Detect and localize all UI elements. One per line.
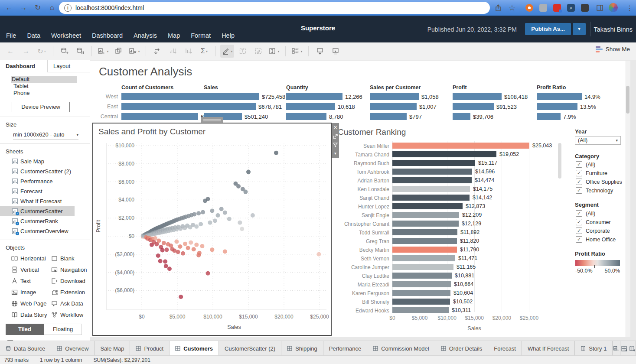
- scatter-point[interactable]: [215, 213, 220, 218]
- ranking-bar[interactable]: [392, 229, 457, 235]
- ranking-bar[interactable]: [392, 299, 450, 305]
- ban-bar[interactable]: [286, 113, 326, 120]
- tab-shipping[interactable]: Shipping: [281, 341, 323, 356]
- scatter-point[interactable]: [200, 244, 204, 248]
- segment-filter-corporate[interactable]: ✓Corporate: [576, 228, 610, 234]
- publish-as-button[interactable]: Publish As...: [525, 23, 571, 35]
- tab-commission-model[interactable]: Commission Model: [367, 341, 435, 356]
- ban-bar[interactable]: [453, 93, 502, 100]
- scatter-point[interactable]: [243, 190, 248, 194]
- browser-menu-icon[interactable]: ⋮: [625, 3, 634, 13]
- segment-filter-home-office[interactable]: ✓Home Office: [576, 236, 616, 243]
- scatter-point[interactable]: [206, 197, 210, 201]
- clear-sheet-icon[interactable]: ▾: [127, 45, 141, 58]
- ranking-bar[interactable]: [392, 247, 457, 253]
- site-info-icon[interactable]: i: [64, 4, 72, 12]
- swap-rows-columns-icon[interactable]: [150, 45, 164, 58]
- scatter-point[interactable]: [160, 248, 165, 252]
- forward-icon[interactable]: →: [19, 45, 33, 58]
- tab-customers[interactable]: Customers: [170, 341, 219, 356]
- browser-back-icon[interactable]: ←: [3, 2, 15, 13]
- checkbox-checked-icon[interactable]: ✓: [576, 187, 582, 194]
- duplicate-sheet-icon[interactable]: [112, 45, 126, 58]
- pause-auto-updates-icon[interactable]: [73, 45, 87, 58]
- scatter-point[interactable]: [156, 254, 160, 258]
- scatter-point[interactable]: [186, 246, 190, 250]
- scatter-point[interactable]: [183, 242, 187, 246]
- new-story-tab-icon[interactable]: [628, 341, 636, 356]
- year-filter-dropdown[interactable]: (All) ▾: [575, 136, 621, 145]
- scatter-point[interactable]: [274, 151, 278, 155]
- menu-worksheet[interactable]: Worksheet: [51, 32, 81, 39]
- object-extension[interactable]: Extension: [51, 286, 95, 298]
- segment-filter--all-[interactable]: ✓(All): [576, 210, 595, 217]
- scatter-point[interactable]: [174, 240, 179, 244]
- tab-story-1[interactable]: Story 1: [575, 341, 613, 356]
- menu-analysis[interactable]: Analysis: [134, 32, 157, 39]
- menu-map[interactable]: Map: [168, 32, 180, 39]
- scatter-point[interactable]: [213, 218, 217, 223]
- size-dropdown[interactable]: min 1000x620 - auto ▾: [13, 131, 78, 140]
- show-mark-labels-icon[interactable]: [236, 45, 250, 58]
- scatter-point[interactable]: [246, 170, 251, 174]
- scatter-point[interactable]: [164, 264, 168, 268]
- tab-product[interactable]: Product: [130, 341, 170, 356]
- ranking-bar[interactable]: [392, 169, 472, 175]
- ranking-bar[interactable]: [392, 212, 459, 218]
- use-as-filter-icon[interactable]: [333, 143, 338, 147]
- tab-performance[interactable]: Performance: [323, 341, 367, 356]
- scatter-point[interactable]: [162, 241, 166, 245]
- ban-bar[interactable]: [204, 103, 256, 110]
- object-workflow[interactable]: Workflow: [51, 309, 95, 320]
- ban-bar[interactable]: [537, 113, 561, 120]
- ranking-bar[interactable]: [392, 151, 496, 157]
- cell-size-icon[interactable]: ▾: [267, 45, 281, 58]
- device-option-default[interactable]: Default: [11, 76, 77, 83]
- object-webpage[interactable]: Web Page: [11, 298, 51, 309]
- tab-data-source[interactable]: Data Source: [0, 341, 51, 356]
- object-image[interactable]: Image: [11, 286, 51, 298]
- scatter-point[interactable]: [178, 244, 183, 249]
- bookmark-star-icon[interactable]: ☆: [507, 3, 517, 13]
- checkbox-checked-icon[interactable]: ✓: [576, 179, 582, 185]
- checkbox-checked-icon[interactable]: ✓: [576, 210, 582, 217]
- ban-bar[interactable]: [453, 113, 470, 120]
- scatter-point[interactable]: [206, 271, 210, 276]
- scatter-point[interactable]: [179, 295, 183, 299]
- tab-sale-map[interactable]: Sale Map: [95, 341, 130, 356]
- presentation-download-icon[interactable]: [313, 45, 327, 58]
- object-vertical[interactable]: Vertical: [11, 264, 51, 275]
- ranking-bar[interactable]: [392, 238, 457, 244]
- browser-reload-icon[interactable]: ↻: [32, 2, 43, 13]
- extension-icon-1[interactable]: [525, 4, 533, 12]
- sort-descending-icon[interactable]: [182, 45, 196, 58]
- menu-data[interactable]: Data: [27, 32, 40, 39]
- menu-file[interactable]: File: [6, 32, 16, 39]
- sidebar-sheet-customeroverview[interactable]: ✓CustomerOverview: [0, 226, 90, 236]
- category-filter--all-[interactable]: ✓(All): [576, 161, 595, 168]
- browser-forward-icon[interactable]: →: [18, 2, 29, 13]
- device-option-tablet[interactable]: Tablet: [0, 83, 90, 90]
- ranking-bar[interactable]: [392, 186, 470, 192]
- ranking-bar[interactable]: [392, 221, 459, 227]
- ban-bar[interactable]: [121, 113, 198, 120]
- scatter-point[interactable]: [197, 251, 202, 255]
- ranking-bar[interactable]: [392, 290, 450, 296]
- back-icon[interactable]: ←: [3, 45, 17, 58]
- object-datastory[interactable]: Data Story: [11, 309, 51, 320]
- category-filter-furniture[interactable]: ✓Furniture: [576, 170, 607, 176]
- extension-icon-3[interactable]: [553, 4, 561, 12]
- scatter-point[interactable]: [194, 224, 199, 229]
- scatter-point[interactable]: [196, 211, 201, 215]
- scatter-point[interactable]: [236, 184, 241, 188]
- scatter-point[interactable]: [199, 222, 203, 226]
- tab-what-if-forecast[interactable]: What If Forecast: [522, 341, 575, 356]
- scatter-point[interactable]: [219, 207, 224, 211]
- menu-format[interactable]: Format: [191, 32, 211, 39]
- device-option-phone[interactable]: Phone: [0, 90, 90, 97]
- menu-dashboard[interactable]: Dashboard: [92, 32, 123, 39]
- scatter-point[interactable]: [316, 252, 321, 257]
- ranking-bar[interactable]: [392, 273, 452, 279]
- ban-bar[interactable]: [286, 103, 335, 110]
- checkbox-checked-icon[interactable]: ✓: [576, 161, 582, 168]
